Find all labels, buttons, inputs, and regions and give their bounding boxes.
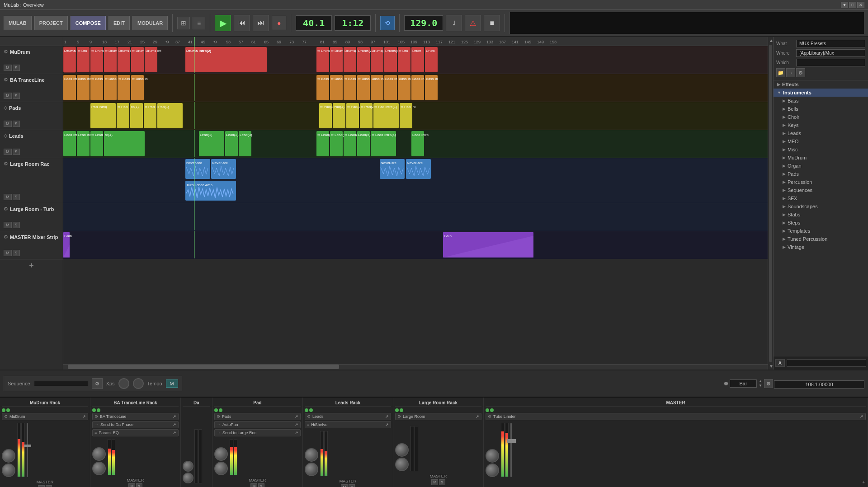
plugin-hishelve[interactable]: ≡ HiShelve ↗ [305, 421, 391, 428]
da-knob2[interactable] [183, 473, 193, 483]
minimize-btn[interactable]: ▼ [841, 2, 848, 8]
master-knob[interactable] [486, 449, 499, 463]
tree-choir[interactable]: ▶ Choir [774, 113, 868, 121]
tree-sequences[interactable]: ▶ Sequences [774, 186, 868, 194]
record-button[interactable]: ● [272, 16, 286, 30]
scroll-thumb[interactable] [769, 45, 772, 362]
pad-knob2[interactable] [214, 462, 228, 475]
settings-icon[interactable]: ⚙ [796, 68, 805, 77]
modular-button[interactable]: MODULAR [132, 16, 168, 30]
mute-ba[interactable]: M [4, 93, 12, 99]
loop-button[interactable]: ⟲ [380, 16, 395, 30]
search-box[interactable] [787, 359, 866, 367]
project-button[interactable]: PROJECT [34, 16, 68, 30]
mudrum-s-btn[interactable]: S [46, 485, 52, 487]
list-view-btn[interactable]: ≡ [193, 17, 205, 29]
largeroom-knob[interactable] [395, 443, 409, 457]
tree-vintage[interactable]: ▶ Vintage [774, 243, 868, 251]
mudrum-knob2[interactable] [2, 464, 15, 477]
tree-keys[interactable]: ▶ Keys [774, 121, 868, 129]
plugin-ba-trance[interactable]: ⚙ BA TranceLine ↗ [92, 413, 179, 420]
solo-master[interactable]: S [13, 250, 20, 256]
ba-knob[interactable] [92, 447, 106, 461]
ba-knob2[interactable] [92, 462, 106, 475]
plugin-mudrum[interactable]: ⚙ MuDrum ↗ [2, 413, 88, 420]
mulab-button[interactable]: MULAB [4, 16, 32, 30]
ba-m-btn[interactable]: M [128, 483, 135, 487]
tree-mudrum[interactable]: ▶ MuDrum [774, 154, 868, 162]
leads-knob2[interactable] [305, 463, 318, 476]
grid-view-btn[interactable]: ⊞ [177, 17, 190, 29]
largeroom-s-btn[interactable]: S [439, 479, 445, 485]
folder-icon[interactable]: 📁 [776, 68, 785, 77]
master-fader-track[interactable] [510, 423, 512, 477]
tree-bass[interactable]: ▶ Bass [774, 97, 868, 105]
solo-ba[interactable]: S [13, 93, 20, 99]
mudrum-knob[interactable] [2, 449, 15, 463]
tree-mfo[interactable]: ▶ MFO [774, 137, 868, 145]
master-knob2[interactable] [486, 464, 499, 477]
solo-largeroom-turb[interactable]: S [13, 222, 20, 228]
metronome-btn[interactable]: ♩ [446, 15, 462, 31]
add-channel-btn[interactable]: + [486, 479, 866, 486]
mute-largeroom-rack[interactable]: M [4, 194, 12, 200]
master-fader-handle[interactable] [507, 439, 516, 443]
compose-button[interactable]: COMPOSE [71, 16, 106, 30]
tree-templates[interactable]: ▶ Templates [774, 227, 868, 235]
bar-down[interactable]: ▼ [759, 384, 762, 388]
solo-leads[interactable]: S [13, 149, 20, 155]
largeroom-m-btn[interactable]: M [431, 479, 438, 485]
warn-btn[interactable]: ⚠ [465, 15, 481, 31]
tree-percussion[interactable]: ▶ Percussion [774, 178, 868, 186]
scroll-up[interactable]: ▲ [768, 37, 773, 44]
seq-settings-btn[interactable]: ⚙ [92, 378, 103, 389]
tree-instruments[interactable]: ▼ Instruments [774, 89, 868, 97]
maximize-btn[interactable]: □ [849, 2, 856, 8]
plugin-pads[interactable]: ⚙ Pads ↗ [214, 413, 301, 420]
plugin-send-large[interactable]: → Send to Large Roc ↗ [214, 429, 301, 436]
mudrum-m-btn[interactable]: M [38, 485, 45, 487]
da-knob[interactable] [183, 461, 193, 472]
plugin-tube-limiter[interactable]: ⚙ Tube Limiter ↗ [486, 413, 866, 420]
play-button[interactable]: ▶ [215, 15, 231, 31]
leads-m-btn[interactable]: M [341, 484, 348, 487]
arrow-icon[interactable]: → [786, 68, 795, 77]
tree-leads[interactable]: ▶ Leads [774, 129, 868, 137]
tree-pads[interactable]: ▶ Pads [774, 170, 868, 178]
a-button[interactable]: A [775, 359, 785, 367]
scroll-down[interactable]: ▼ [768, 363, 773, 370]
solo-pads[interactable]: S [13, 121, 20, 127]
tree-effects[interactable]: ▶ Effects [774, 80, 868, 89]
m-button[interactable]: M [166, 379, 178, 388]
plugin-param-eq[interactable]: ≡ Param. EQ ↗ [92, 429, 179, 436]
add-track-button[interactable]: + [0, 259, 63, 272]
bar-settings-btn[interactable]: ⚙ [764, 379, 773, 388]
tree-bells[interactable]: ▶ Bells [774, 105, 868, 113]
solo-largeroom-rack[interactable]: S [13, 194, 20, 200]
tree-stabs[interactable]: ▶ Stabs [774, 211, 868, 219]
close-btn[interactable]: ✕ [857, 2, 864, 8]
seq-knob2[interactable] [133, 378, 144, 389]
tree-tuned-percussion[interactable]: ▶ Tuned Percussion [774, 235, 868, 243]
edit-button[interactable]: EDIT [108, 16, 130, 30]
solo-mudrum[interactable]: S [13, 65, 20, 71]
stop-btn[interactable]: ■ [484, 15, 500, 31]
seq-knob1[interactable] [118, 378, 129, 389]
mute-largeroom-turb[interactable]: M [4, 222, 12, 228]
pad-s-btn[interactable]: S [258, 483, 264, 487]
mute-master[interactable]: M [4, 250, 12, 256]
pad-knob[interactable] [214, 447, 228, 461]
h-scrollbar[interactable] [63, 364, 768, 370]
mute-leads[interactable]: M [4, 149, 12, 155]
pad-m-btn[interactable]: M [250, 483, 257, 487]
largeroom-knob2[interactable] [395, 458, 409, 471]
leads-knob[interactable] [305, 448, 318, 462]
tree-soundscapes[interactable]: ▶ Soundscapes [774, 202, 868, 211]
forward-button[interactable]: ⏭ [253, 15, 269, 31]
mute-pads[interactable]: M [4, 121, 12, 127]
plugin-large-room[interactable]: ⚙ Large Room ↗ [395, 413, 481, 420]
tree-steps[interactable]: ▶ Steps [774, 219, 868, 227]
plugin-leads[interactable]: ⚙ Leads ↗ [305, 413, 391, 420]
mudrum-fader-track[interactable] [27, 423, 28, 477]
tree-sfx[interactable]: ▶ SFX [774, 194, 868, 202]
